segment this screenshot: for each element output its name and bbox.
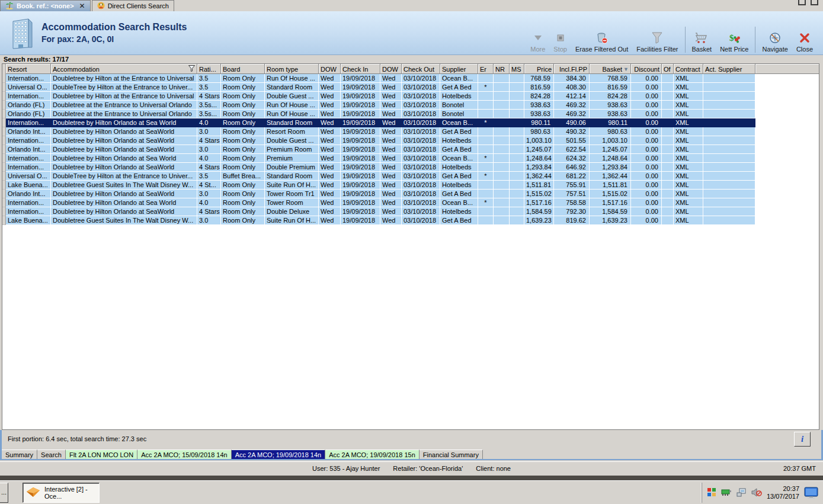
cell-act_supplier — [703, 118, 755, 127]
network-status-tray-icon[interactable] — [736, 488, 747, 498]
cell-basket: 980.63 — [590, 127, 631, 136]
bottom-tab[interactable]: Financial Summary — [419, 450, 483, 459]
bottom-tab[interactable]: Acc 2A MCO; 19/09/2018 14n — [232, 450, 326, 459]
tab-direct-clients-search[interactable]: Direct Clients Search — [92, 0, 174, 11]
close-button[interactable]: Close — [792, 25, 817, 54]
restore-window-icon[interactable] — [798, 0, 806, 5]
bottom-tab[interactable]: Search — [37, 450, 66, 459]
cell-contract: XML — [674, 110, 703, 118]
cell-check_out: 03/10/2018 — [402, 101, 440, 110]
column-header-discount[interactable]: Discount — [631, 64, 662, 74]
result-row[interactable]: Orlando (FL)Doubletree at the Entrance t… — [2, 110, 819, 118]
taskbar-fragment-button[interactable]: ... — [0, 483, 8, 503]
basket-button[interactable]: Basket — [688, 25, 716, 54]
more-button[interactable]: More — [526, 25, 549, 54]
cell-ms — [510, 181, 524, 190]
result-row[interactable]: Orlando Int...Doubletree by Hilton Orlan… — [2, 145, 819, 154]
column-header-accommodation[interactable]: Accommodation — [51, 64, 197, 74]
erase-filtered-out-button[interactable]: Erase Filtered Out — [571, 25, 632, 54]
cell-check_out: 03/10/2018 — [402, 74, 440, 83]
bottom-tab[interactable]: Acc 2A MCO; 15/09/2018 14n — [137, 450, 232, 459]
cell-accommodation: Doubletree by Hilton Orlando at Sea Worl… — [51, 198, 197, 207]
result-row[interactable]: Internation...Doubletree by Hilton Orlan… — [2, 136, 819, 145]
column-header-resort[interactable]: Resort — [6, 64, 51, 74]
cell-er — [478, 163, 494, 172]
cell-supplier: Hotelbeds — [440, 136, 478, 145]
result-row[interactable]: Orlando Int...Doubletree by Hilton Orlan… — [2, 127, 819, 136]
column-header-dow_in[interactable]: DOW — [319, 64, 341, 74]
cell-basket: 1,245.07 — [590, 145, 631, 154]
result-row[interactable]: Internation...Doubletree by Hilton at th… — [2, 92, 819, 101]
column-header-room_type[interactable]: Room type — [265, 64, 319, 74]
window-controls — [798, 0, 818, 5]
cell-price: 1,248.64 — [524, 154, 554, 163]
column-header-price[interactable]: Price — [524, 64, 554, 74]
nett-price-button[interactable]: $ Nett Price — [716, 25, 752, 54]
result-row[interactable]: Orlando (FL)Doubletree at the Entrance t… — [2, 101, 819, 110]
result-row[interactable]: Internation...Doubletree by Hilton Orlan… — [2, 118, 819, 127]
tab-booking-ref[interactable]: Book. ref.: <none> ✕ — [0, 0, 91, 11]
column-header-act_supplier[interactable]: Act. Supplier — [703, 64, 755, 74]
cell-resort: Internation... — [6, 154, 51, 163]
status-gmt-time: 20:37 GMT — [783, 465, 816, 472]
column-header-rating[interactable]: Rati... — [197, 64, 221, 74]
tab-close-icon[interactable]: ✕ — [79, 2, 85, 10]
cell-accommodation: DoubleTree by Hilton at the Entrance to … — [51, 83, 197, 92]
cell-check_in: 19/09/2018 — [341, 110, 380, 118]
column-filter-funnel-icon[interactable] — [188, 65, 195, 73]
result-row[interactable]: Orlando Int...Doubletree by Hilton Orlan… — [2, 190, 819, 198]
taskbar-app-button[interactable]: Interactive [2] - Oce... — [23, 483, 100, 503]
cell-er — [478, 74, 494, 83]
column-header-incl_fl_pp[interactable]: Incl.Fl.PP — [554, 64, 590, 74]
column-header-supplier[interactable]: Supplier — [440, 64, 478, 74]
column-header-nr[interactable]: NR — [494, 64, 510, 74]
cell-act_supplier — [703, 172, 755, 181]
network-card-tray-icon[interactable] — [721, 488, 732, 497]
column-header-basket[interactable]: Basket▼ — [590, 64, 631, 74]
bottom-tab[interactable]: Summary — [2, 450, 37, 459]
result-row[interactable]: Internation...Doubletree by Hilton Orlan… — [2, 198, 819, 207]
volume-muted-tray-icon[interactable] — [751, 488, 762, 498]
result-row[interactable]: Internation...Doubletree by Hilton Orlan… — [2, 163, 819, 172]
cell-er: * — [478, 154, 494, 163]
close-window-icon[interactable] — [811, 0, 818, 5]
column-header-contract[interactable]: Contract — [674, 64, 703, 74]
cell-act_supplier — [703, 145, 755, 154]
column-header-check_in[interactable]: Check In — [341, 64, 380, 74]
cell-discount: 0.00 — [631, 92, 662, 101]
column-header-ms[interactable]: MS — [510, 64, 524, 74]
result-row[interactable]: Lake Buena...Doubletree Guest Suites In … — [2, 216, 819, 225]
stop-button[interactable]: Stop — [549, 25, 571, 54]
column-header-dow_out[interactable]: DOW — [380, 64, 402, 74]
column-header-er[interactable]: Er — [478, 64, 494, 74]
cell-dow_out: Wed — [380, 136, 402, 145]
result-row[interactable]: Universal O...DoubleTree by Hilton at th… — [2, 83, 819, 92]
bottom-tab[interactable]: Acc 2A MCO; 19/09/2018 15n — [325, 450, 419, 459]
cell-incl_fl_pp: 646.92 — [554, 163, 590, 172]
antivirus-tray-icon[interactable] — [707, 487, 716, 498]
column-header-of[interactable]: Of — [662, 64, 674, 74]
navigate-button[interactable]: Navigate — [758, 25, 792, 54]
info-button[interactable]: i — [794, 432, 811, 447]
result-row[interactable]: Universal O...DoubleTree by Hilton at th… — [2, 172, 819, 181]
taskbar-clock[interactable]: 20:37 13/07/2017 — [767, 485, 799, 500]
column-header-check_out[interactable]: Check Out — [402, 64, 440, 74]
cell-board: Buffet Brea... — [221, 172, 265, 181]
show-desktop-icon[interactable] — [804, 487, 818, 499]
person-icon — [97, 2, 105, 11]
facilities-filter-button[interactable]: Facilities Filter — [632, 25, 682, 54]
compass-icon — [768, 31, 782, 44]
cell-dow_in: Wed — [319, 145, 341, 154]
bottom-tab[interactable]: Flt 2A LON MCO LON — [66, 450, 137, 459]
column-header-board[interactable]: Board — [221, 64, 265, 74]
cell-check_out: 03/10/2018 — [402, 145, 440, 154]
result-row[interactable]: Internation...Doubletree by Hilton Orlan… — [2, 207, 819, 216]
result-row[interactable]: Internation...Doubletree by Hilton at th… — [2, 74, 819, 83]
cell-incl_fl_pp: 758.58 — [554, 198, 590, 207]
cell-check_out: 03/10/2018 — [402, 127, 440, 136]
cell-dow_in: Wed — [319, 83, 341, 92]
result-row[interactable]: Internation...Doubletree by Hilton Orlan… — [2, 154, 819, 163]
result-row[interactable]: Lake Buena...Doubletree Guest Suites In … — [2, 181, 819, 190]
cell-dow_in: Wed — [319, 110, 341, 118]
status-bar: User: 535 - Ajay Hunter Retailer: 'Ocean… — [0, 461, 823, 476]
